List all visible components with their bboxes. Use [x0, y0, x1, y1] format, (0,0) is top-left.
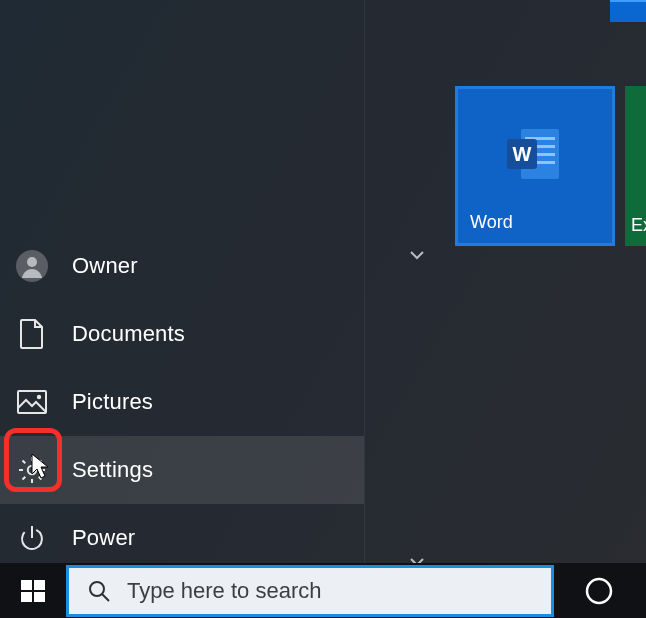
pictures-icon: [14, 384, 50, 420]
svg-rect-14: [21, 580, 32, 590]
search-icon: [87, 579, 111, 603]
sidebar-item-documents[interactable]: Documents: [0, 300, 364, 368]
sidebar-item-settings[interactable]: Settings: [0, 436, 364, 504]
user-avatar-icon: [14, 248, 50, 284]
tile-word[interactable]: W Word: [455, 86, 615, 246]
cortana-button[interactable]: [566, 563, 632, 618]
taskbar-search-box[interactable]: Type here to search: [66, 565, 554, 617]
start-tiles: W Word Exc: [455, 86, 646, 246]
sidebar-item-pictures[interactable]: Pictures: [0, 368, 364, 436]
sidebar-item-power[interactable]: Power: [0, 504, 364, 572]
gear-icon: [14, 452, 50, 488]
svg-point-10: [37, 395, 41, 399]
svg-point-8: [27, 257, 37, 267]
sidebar-item-label: Documents: [72, 321, 185, 347]
word-icon: W: [505, 125, 565, 183]
svg-point-20: [587, 579, 611, 603]
tile-word-label: Word: [470, 212, 600, 233]
power-icon: [14, 520, 50, 556]
svg-rect-9: [18, 391, 46, 413]
search-placeholder: Type here to search: [127, 578, 321, 604]
svg-point-18: [90, 582, 104, 596]
chevron-down-icon[interactable]: [405, 243, 429, 267]
partial-button-top-right[interactable]: [610, 0, 646, 22]
svg-line-19: [102, 594, 109, 601]
svg-text:W: W: [513, 143, 532, 165]
document-icon: [14, 316, 50, 352]
sidebar-item-label: Power: [72, 525, 135, 551]
start-button[interactable]: [0, 563, 66, 618]
cortana-icon: [584, 576, 614, 606]
sidebar-item-label: Pictures: [72, 389, 153, 415]
start-menu-right-panel: [364, 0, 646, 563]
sidebar-item-owner[interactable]: Owner: [0, 232, 364, 300]
windows-logo-icon: [19, 577, 47, 605]
sidebar-item-label: Settings: [72, 457, 153, 483]
svg-rect-17: [34, 592, 45, 602]
tile-excel[interactable]: Exc: [625, 86, 646, 246]
start-menu-sidebar: Owner Documents Pictures: [0, 232, 364, 572]
sidebar-item-label: Owner: [72, 253, 138, 279]
taskbar: Type here to search: [0, 563, 646, 618]
svg-point-11: [28, 466, 36, 474]
tile-excel-label: Exc: [631, 215, 646, 236]
svg-rect-15: [34, 580, 45, 590]
svg-rect-16: [21, 592, 32, 602]
